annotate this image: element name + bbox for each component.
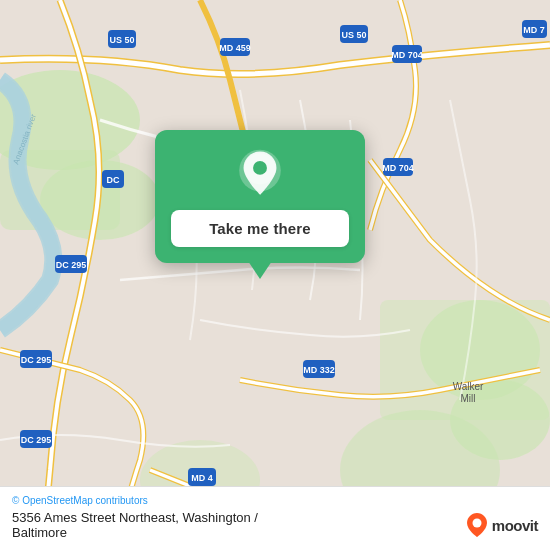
svg-text:US 50: US 50 <box>109 35 134 45</box>
moovit-brand-text: moovit <box>492 517 538 534</box>
osm-link[interactable]: OpenStreetMap contributors <box>22 495 148 506</box>
svg-text:MD 7: MD 7 <box>523 25 545 35</box>
svg-point-40 <box>472 519 481 528</box>
svg-text:Mill: Mill <box>461 393 476 404</box>
svg-text:DC 295: DC 295 <box>56 260 87 270</box>
svg-point-39 <box>253 161 267 175</box>
location-popup-card: Take me there <box>155 130 365 263</box>
svg-text:MD 4: MD 4 <box>191 473 213 483</box>
svg-text:MD 704: MD 704 <box>391 50 423 60</box>
svg-text:US 50: US 50 <box>341 30 366 40</box>
map-background: Anacostia river <box>0 0 550 550</box>
svg-text:MD 332: MD 332 <box>303 365 335 375</box>
svg-text:DC 295: DC 295 <box>21 435 52 445</box>
svg-text:DC: DC <box>107 175 120 185</box>
city-text: Baltimore <box>12 525 258 540</box>
copyright-symbol: © <box>12 495 19 506</box>
address-text: 5356 Ames Street Northeast, Washington / <box>12 510 258 525</box>
location-pin-icon <box>234 148 286 200</box>
svg-text:DC 295: DC 295 <box>21 355 52 365</box>
moovit-logo: moovit <box>466 512 538 538</box>
take-me-there-button[interactable]: Take me there <box>171 210 349 247</box>
map-svg: Anacostia river <box>0 0 550 550</box>
osm-attribution: © OpenStreetMap contributors <box>12 495 538 506</box>
svg-text:MD 459: MD 459 <box>219 43 251 53</box>
moovit-pin-icon <box>466 512 488 538</box>
bottom-info-bar: © OpenStreetMap contributors 5356 Ames S… <box>0 486 550 550</box>
svg-text:MD 704: MD 704 <box>382 163 414 173</box>
svg-text:Walker: Walker <box>453 381 484 392</box>
